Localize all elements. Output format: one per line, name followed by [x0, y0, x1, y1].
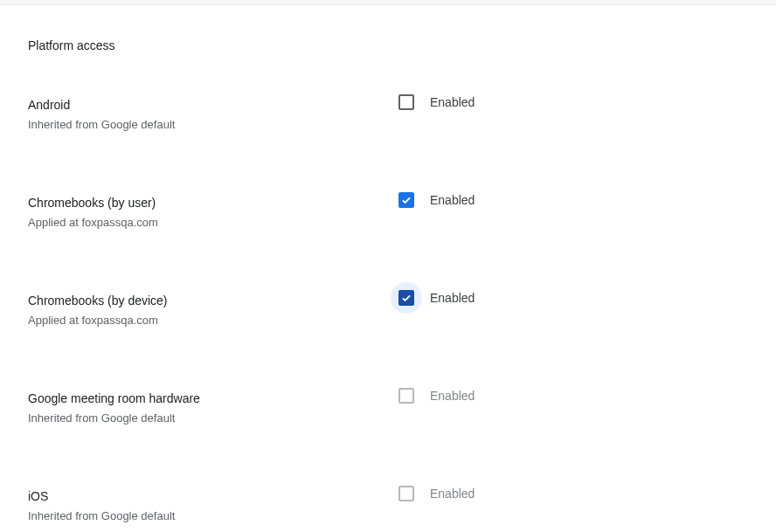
checkbox-chromebooks-device[interactable] [398, 290, 414, 306]
row-subtitle: Inherited from Google default [28, 508, 398, 524]
row-subtitle: Inherited from Google default [28, 411, 398, 426]
checkbox-wrap [398, 94, 414, 110]
checkbox-label: Enabled [430, 291, 475, 305]
checkbox-wrap [398, 290, 414, 306]
checkbox-label: Enabled [430, 193, 475, 207]
checkbox-wrap [398, 192, 414, 208]
checkbox-chromebooks-user[interactable] [398, 192, 414, 208]
row-meeting-hardware: Google meeting room hardware Inherited f… [28, 388, 748, 426]
row-chromebooks-device: Chromebooks (by device) Applied at foxpa… [28, 290, 748, 328]
checkbox-label: Enabled [430, 487, 475, 501]
label-col: Google meeting room hardware Inherited f… [28, 388, 398, 426]
checkbox-android[interactable] [398, 94, 414, 110]
row-subtitle: Inherited from Google default [28, 117, 398, 133]
control-col: Enabled [398, 192, 475, 208]
row-title: Android [28, 96, 398, 114]
row-chromebooks-user: Chromebooks (by user) Applied at foxpass… [28, 192, 748, 231]
control-col: Enabled [398, 486, 475, 501]
row-ios: iOS Inherited from Google default Enable… [28, 486, 748, 524]
checkbox-meeting-hardware[interactable] [398, 388, 414, 404]
row-subtitle: Applied at foxpassqa.com [28, 215, 398, 231]
row-title: Chromebooks (by user) [28, 194, 398, 211]
control-col: Enabled [398, 94, 475, 110]
row-subtitle: Applied at foxpassqa.com [28, 313, 398, 328]
checkmark-icon [400, 194, 412, 206]
control-col: Enabled [398, 388, 475, 404]
row-title: Google meeting room hardware [28, 390, 398, 407]
checkbox-label: Enabled [430, 389, 475, 403]
label-col: Chromebooks (by device) Applied at foxpa… [28, 290, 398, 328]
content: Platform access Android Inherited from G… [0, 5, 776, 524]
checkbox-wrap [398, 486, 414, 501]
section-title: Platform access [28, 38, 748, 52]
checkbox-ios[interactable] [398, 486, 414, 501]
row-title: Chromebooks (by device) [28, 292, 398, 309]
row-title: iOS [28, 487, 398, 505]
checkbox-label: Enabled [430, 95, 475, 109]
label-col: Chromebooks (by user) Applied at foxpass… [28, 192, 398, 231]
control-col: Enabled [398, 290, 475, 306]
row-android: Android Inherited from Google default En… [28, 94, 748, 133]
label-col: Android Inherited from Google default [28, 94, 398, 133]
checkbox-wrap [398, 388, 414, 404]
checkmark-icon [400, 292, 412, 304]
label-col: iOS Inherited from Google default [28, 486, 398, 524]
